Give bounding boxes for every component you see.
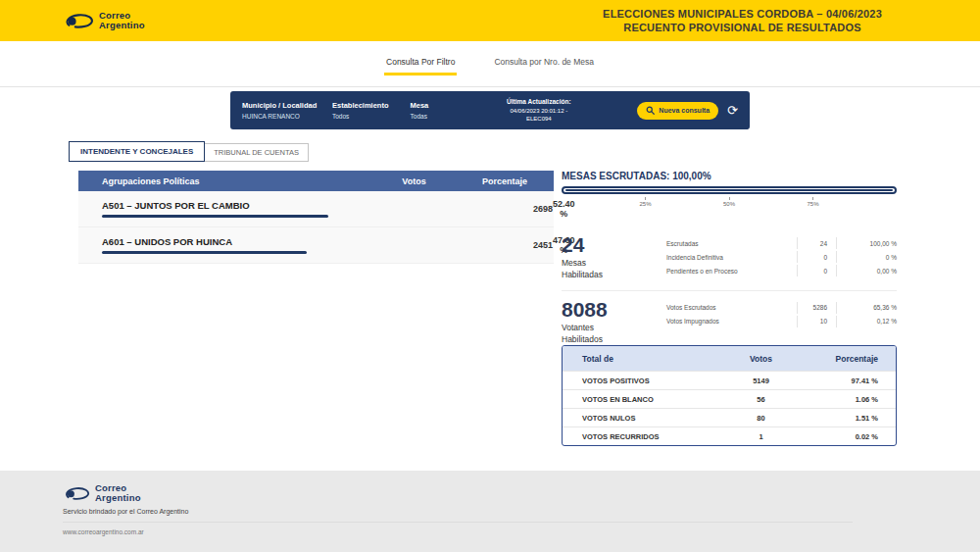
results-table: Agrupaciones Políticas Votos Porcentaje … (78, 171, 554, 264)
last-update-value: 04/06/2023 20:01:12 - (507, 107, 571, 115)
footer-brand-logo: Correo Argentino (63, 483, 980, 504)
brand-name: Correo Argentino (99, 11, 145, 31)
party-votes: 2451 (533, 240, 553, 250)
correo-swoosh-icon (63, 11, 94, 30)
section-tabs: INTENDENTE Y CONCEJALES TRIBUNAL DE CUEN… (69, 141, 309, 162)
brand-line2: Argentino (99, 21, 145, 30)
query-nav: Consulta Por Filtro Consulta por Nro. de… (0, 41, 980, 87)
results-header-row: Agrupaciones Políticas Votos Porcentaje (78, 171, 554, 191)
stat-row: Escrutadas 24 100,00 % (666, 237, 897, 249)
totals-table: Total de Votos Porcentaje VOTOS POSITIVO… (562, 345, 897, 446)
col-header-agrupaciones: Agrupaciones Políticas (78, 176, 372, 186)
tab-intendente-y-concejales[interactable]: INTENDENTE Y CONCEJALES (69, 141, 205, 162)
mesas-stat-group: 24 Mesas Habilitadas Escrutadas 24 100,0… (562, 234, 897, 291)
totals-header-row: Total de Votos Porcentaje (563, 346, 896, 371)
stat-row: Incidencia Definitiva 0 0 % (666, 251, 897, 263)
tab-tribunal-de-cuentas[interactable]: TRIBUNAL DE CUENTAS (205, 143, 309, 162)
last-update-label: Última Actualización: (507, 98, 571, 107)
col-header-votos: Votos (372, 176, 456, 186)
table-row: VOTOS EN BLANCO 56 1.06 % (563, 389, 896, 408)
scrutiny-panel: MESAS ESCRUTADAS: 100,00% 25% 50% 75% 24… (562, 171, 897, 363)
filter-municipio[interactable]: Municipio / Localidad HUINCA RENANCO (242, 101, 311, 119)
col-header-total-de: Total de (563, 354, 719, 364)
votantes-habilitados: 8088 Votantes Habilitados (562, 299, 666, 345)
party-bar-track (102, 251, 533, 254)
tick-75: 75% (807, 197, 818, 207)
table-row: A601 – UNIDOS POR HUINCA 2451 47.60 % (78, 227, 554, 264)
table-row: VOTOS RECURRIDOS 1 0.02 % (563, 427, 896, 445)
filter-establecimiento[interactable]: Establecimiento Todos (332, 101, 389, 119)
filter-establecimiento-value: Todos (332, 113, 389, 120)
party-cell: A501 – JUNTOS POR EL CAMBIO (78, 200, 533, 218)
last-update: Última Actualización: 04/06/2023 20:01:1… (507, 98, 571, 123)
page-footer: Correo Argentino Servicio brindado por e… (0, 471, 980, 552)
votantes-habilitados-label: Votantes Habilitados (562, 323, 666, 345)
new-query-button[interactable]: Nueva consulta (637, 102, 718, 120)
page: Correo Argentino ELECCIONES MUNICIPALES … (0, 0, 980, 552)
mesas-habilitadas: 24 Mesas Habilitadas (562, 234, 666, 280)
new-query-label: Nueva consulta (659, 107, 710, 114)
votantes-stat-rows: Votos Escrutados 5286 65,36 % Votos Impu… (666, 299, 897, 345)
scrutiny-stats: 24 Mesas Habilitadas Escrutadas 24 100,0… (562, 234, 897, 355)
page-title-line1: ELECCIONES MUNICIPALES CORDOBA – 04/06/2… (603, 7, 882, 21)
votantes-habilitados-value: 8088 (562, 299, 666, 321)
footer-service-text: Servicio brindado por el Correo Argentin… (63, 508, 980, 515)
mesas-stat-rows: Escrutadas 24 100,00 % Incidencia Defini… (666, 234, 897, 280)
scrutiny-progress-bar (562, 186, 897, 194)
filter-establecimiento-label: Establecimiento (332, 101, 389, 110)
page-title-line2: RECUENTO PROVISIONAL DE RESULTADOS (603, 21, 882, 34)
scrutiny-title: MESAS ESCRUTADAS: 100,00% (562, 171, 897, 181)
party-name: A601 – UNIDOS POR HUINCA (102, 236, 533, 247)
footer-brand-name: Correo Argentino (95, 483, 141, 504)
progress-ticks: 25% 50% 75% (562, 197, 897, 213)
table-row: VOTOS NULOS 80 1.51 % (563, 408, 896, 427)
page-title: ELECCIONES MUNICIPALES CORDOBA – 04/06/2… (603, 7, 882, 35)
tick-25: 25% (639, 197, 651, 207)
filter-mesa[interactable]: Mesa Todas (411, 101, 429, 119)
tab-consulta-por-filtro[interactable]: Consulta Por Filtro (384, 52, 457, 75)
party-vote-bar (102, 251, 307, 254)
party-vote-bar (102, 215, 328, 218)
stat-row: Votos Escrutados 5286 65,36 % (666, 302, 897, 314)
tick-50: 50% (723, 197, 735, 207)
stat-row: Votos Impugnados 10 0,12 % (666, 316, 897, 327)
tab-consulta-por-mesa[interactable]: Consulta por Nro. de Mesa (492, 52, 596, 75)
party-bar-track (102, 215, 533, 218)
col-header-porcentaje: Porcentaje (803, 354, 896, 364)
filter-mesa-label: Mesa (411, 101, 429, 110)
last-update-code: ELEC094 (507, 115, 571, 123)
party-name: A501 – JUNTOS POR EL CAMBIO (102, 200, 533, 211)
col-header-porcentaje: Porcentaje (456, 176, 554, 186)
filter-bar: Municipio / Localidad HUINCA RENANCO Est… (230, 91, 750, 129)
footer-url[interactable]: www.correoargentino.com.ar (63, 528, 980, 535)
refresh-icon[interactable]: ⟳ (727, 104, 738, 117)
filter-municipio-label: Municipio / Localidad (242, 101, 287, 110)
stat-row: Pendientes o en Proceso 0 0,00 % (666, 265, 897, 276)
mesas-habilitadas-value: 24 (562, 234, 666, 256)
table-row: A501 – JUNTOS POR EL CAMBIO 2698 52.40 % (78, 191, 554, 227)
mesas-habilitadas-label: Mesas Habilitadas (562, 258, 666, 280)
brand-logo: Correo Argentino (63, 11, 145, 31)
top-header: Correo Argentino ELECCIONES MUNICIPALES … (0, 0, 980, 41)
party-votes: 2698 (533, 204, 553, 214)
table-row: VOTOS POSITIVOS 5149 97.41 % (563, 371, 896, 389)
correo-swoosh-icon (63, 484, 90, 502)
filter-municipio-value: HUINCA RENANCO (242, 113, 311, 120)
col-header-votos: Votos (719, 354, 803, 364)
party-cell: A601 – UNIDOS POR HUINCA (78, 236, 533, 254)
search-icon (646, 106, 655, 115)
scrutiny-progress-fill (565, 189, 893, 191)
filter-mesa-value: Todas (411, 113, 429, 120)
footer-divider (63, 522, 853, 523)
